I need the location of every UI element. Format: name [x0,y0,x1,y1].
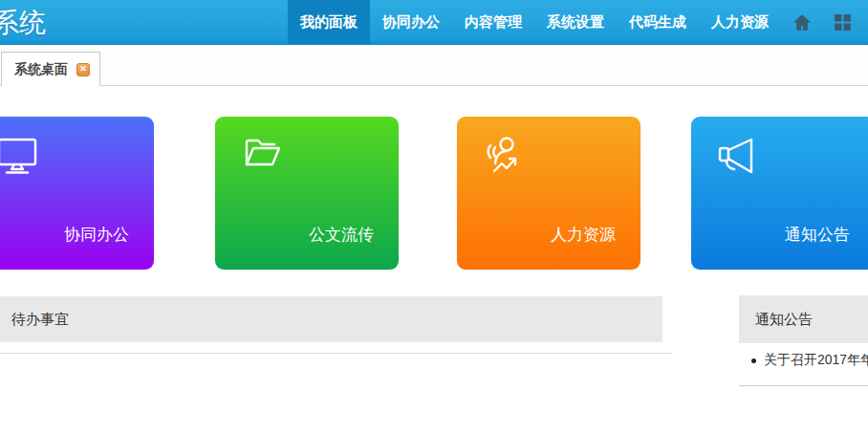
todo-panel-title: 待办事宜 [11,311,69,327]
notices-panel-header: 通知公告 [739,295,868,343]
grid-icon[interactable] [823,0,862,44]
todo-panel-header: 待办事宜 [0,296,662,342]
folder-open-icon [240,133,284,181]
tab-close-icon[interactable]: ✕ [76,63,90,76]
tile-notices[interactable]: 通知公告 [691,117,868,270]
tile-document-flow[interactable]: 公文流传 [215,117,399,270]
notice-item-text: 关于召开2017年年 [764,352,868,369]
notice-list-item[interactable]: 关于召开2017年年 [751,352,868,369]
tab-bar: 系统桌面 ✕ [0,45,868,86]
nav-item-code-generation[interactable]: 代码生成 [617,0,699,44]
tab-system-desktop[interactable]: 系统桌面 ✕ [1,52,100,86]
app-logo[interactable]: 系统 [0,5,46,41]
home-icon[interactable] [781,0,823,44]
tab-label: 系统桌面 [14,61,68,78]
tile-label: 通知公告 [785,224,850,246]
nav-item-my-dashboard[interactable]: 我的面板 [288,0,370,44]
person-growth-icon [482,133,526,181]
tile-label: 协同办公 [64,224,129,246]
main-nav: 我的面板 协同办公 内容管理 系统设置 代码生成 人力资源 [288,0,862,44]
tile-collaboration[interactable]: 协同办公 [0,117,154,270]
top-header-bar: 系统 我的面板 协同办公 内容管理 系统设置 代码生成 人力资源 [0,0,868,45]
nav-item-collaboration[interactable]: 协同办公 [370,0,452,44]
monitor-icon [0,133,39,181]
nav-item-system-settings[interactable]: 系统设置 [534,0,617,44]
notices-panel-divider [739,385,868,386]
todo-panel-divider [0,353,672,354]
nav-item-human-resources[interactable]: 人力资源 [699,0,781,44]
tab-bar-divider [0,85,868,86]
tile-human-resources[interactable]: 人力资源 [457,117,640,270]
notices-panel-title: 通知公告 [755,311,813,327]
tile-label: 公文流传 [309,224,374,246]
megaphone-icon [716,133,760,181]
bullet-icon [751,358,756,363]
nav-item-content-mgmt[interactable]: 内容管理 [452,0,534,44]
tile-label: 人力资源 [551,224,616,246]
page: 系统 我的面板 协同办公 内容管理 系统设置 代码生成 人力资源 [0,0,868,434]
